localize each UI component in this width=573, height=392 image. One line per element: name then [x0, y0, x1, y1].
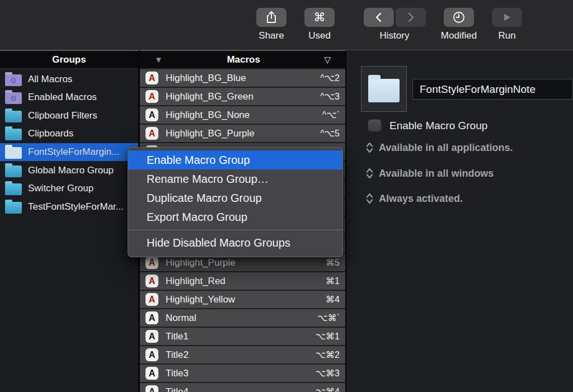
- macro-row[interactable]: ATitle1⌥⌘1: [140, 328, 345, 345]
- macros-column-header: ▼ Macros ▽: [140, 50, 345, 69]
- folder-icon: [5, 129, 22, 140]
- group-name: Clipboard Filters: [28, 110, 97, 121]
- group-name-field[interactable]: FontStyleForMarginNote: [412, 79, 573, 100]
- macro-letter-badge: A: [145, 72, 158, 84]
- enable-group-row: Enable Macro Group: [368, 119, 487, 132]
- sort-descending-icon[interactable]: ▼: [154, 55, 163, 64]
- macro-shortcut: ⌥⌘`: [317, 313, 340, 323]
- folder-icon: [5, 111, 22, 122]
- macro-row[interactable]: AHighlight_Red⌘1: [140, 272, 345, 290]
- macro-name: Highlight_Purple: [166, 257, 318, 268]
- macro-shortcut: ⌥⌘4: [316, 386, 340, 392]
- group-icon-button[interactable]: [361, 66, 407, 112]
- folder-icon: [5, 147, 22, 159]
- macro-shortcut: ^⌥5: [320, 128, 340, 139]
- macro-name: Highlight_Red: [166, 276, 318, 287]
- group-row[interactable]: Global Macro Group: [0, 162, 138, 180]
- macro-shortcut: ^⌥2: [320, 73, 340, 83]
- menu-separator: [128, 229, 342, 230]
- macro-row[interactable]: AHighlight_BG_Purple^⌥5: [140, 125, 345, 142]
- macro-shortcut: ^⌥`: [322, 110, 340, 120]
- macro-letter-badge: A: [145, 90, 158, 103]
- group-setting-row[interactable]: Always activated.: [365, 191, 463, 206]
- used-button[interactable]: ⌘: [304, 8, 335, 27]
- group-name: Clipboards: [28, 128, 73, 139]
- macro-row[interactable]: ATitle4⌥⌘4: [140, 383, 345, 392]
- menu-item[interactable]: Enable Macro Group: [128, 150, 342, 169]
- clock-icon: [452, 11, 466, 24]
- group-row[interactable]: Clipboards: [0, 125, 138, 143]
- toolbar-group-history: History: [363, 8, 426, 41]
- menu-item[interactable]: Export Macro Group: [128, 207, 342, 226]
- macro-name: Title3: [166, 368, 308, 379]
- folder-icon: [368, 79, 400, 102]
- chevron-right-icon: [406, 12, 416, 22]
- macro-shortcut: ⌘1: [326, 276, 340, 286]
- macro-letter-badge: A: [145, 348, 158, 361]
- group-setting-label: Available in all applications.: [379, 142, 513, 154]
- macro-name: Title2: [166, 350, 308, 361]
- updown-stepper-icon: [365, 192, 374, 205]
- group-name: FontStyleForMargin...: [28, 147, 119, 158]
- group-name: Switcher Group: [28, 183, 93, 194]
- history-back-button[interactable]: [364, 8, 394, 27]
- macro-row[interactable]: AHighlight_BG_Blue^⌥2: [140, 69, 345, 87]
- group-setting-row[interactable]: Available in all windows: [365, 166, 494, 181]
- group-row[interactable]: TestFontStyleForMar...: [0, 198, 138, 216]
- context-menu: Enable Macro GroupRename Macro Group…Dup…: [128, 147, 343, 257]
- folder-icon: [5, 202, 22, 214]
- macro-row[interactable]: ANormal⌥⌘`: [140, 309, 345, 327]
- command-icon: ⌘: [314, 11, 326, 24]
- macro-row[interactable]: AHighlight_Yellow⌘4: [140, 291, 345, 308]
- group-row[interactable]: Switcher Group: [0, 180, 138, 197]
- share-button[interactable]: [256, 8, 286, 27]
- group-name: Enabled Macros: [28, 92, 97, 103]
- enable-macro-group-checkbox[interactable]: [368, 119, 382, 132]
- modified-button[interactable]: [444, 8, 474, 27]
- macro-row[interactable]: ATitle3⌥⌘3: [140, 365, 345, 382]
- play-icon: [502, 13, 511, 22]
- macro-row[interactable]: AHighlight_BG_Green^⌥3: [140, 88, 345, 105]
- sort-toggle-icon[interactable]: ▽: [324, 55, 331, 65]
- run-label: Run: [498, 30, 515, 41]
- toolbar-group-share: Share: [250, 8, 293, 41]
- macro-shortcut: ⌥⌘1: [316, 331, 340, 342]
- toolbar-group-run: Run: [485, 8, 529, 41]
- macro-shortcut: ^⌥3: [320, 91, 340, 102]
- group-row[interactable]: FontStyleForMargin...: [0, 143, 138, 161]
- macro-letter-badge: A: [145, 311, 158, 324]
- group-row[interactable]: ⚙All Macros: [0, 70, 138, 88]
- macro-row[interactable]: AHighlight_BG_None^⌥`: [140, 106, 345, 124]
- gear-icon: ⚙: [5, 92, 22, 104]
- menu-item[interactable]: Hide Disabled Macro Groups: [128, 233, 342, 252]
- macro-shortcut: ⌘5: [326, 257, 340, 268]
- menu-item[interactable]: Duplicate Macro Group: [128, 188, 342, 207]
- used-label: Used: [308, 30, 331, 41]
- macro-shortcut: ⌘4: [326, 294, 340, 305]
- menu-item[interactable]: Rename Macro Group…: [128, 169, 342, 188]
- group-name: TestFontStyleForMar...: [28, 201, 124, 212]
- group-row[interactable]: Clipboard Filters: [0, 107, 138, 125]
- chevron-left-icon: [374, 12, 384, 22]
- macro-letter-badge: A: [145, 293, 158, 306]
- toolbar-group-used: ⌘ Used: [298, 8, 341, 41]
- folder-icon: [5, 166, 22, 177]
- macro-letter-badge: A: [145, 108, 158, 121]
- macro-name: Highlight_BG_None: [166, 110, 315, 121]
- modified-label: Modified: [441, 30, 477, 41]
- macro-row[interactable]: ATitle2⌥⌘2: [140, 346, 345, 363]
- macro-name: Title1: [166, 331, 308, 342]
- groups-column-header: Groups: [0, 50, 138, 69]
- macro-letter-badge: A: [145, 330, 158, 343]
- group-setting-row[interactable]: Available in all applications.: [365, 140, 513, 155]
- group-row[interactable]: ⚙Enabled Macros: [0, 88, 138, 106]
- gear-icon: ⚙: [5, 74, 22, 86]
- run-button[interactable]: [492, 8, 522, 27]
- folder-icon: [5, 183, 22, 195]
- smart-group-folder-icon: ⚙: [5, 74, 22, 86]
- toolbar-group-modified: Modified: [437, 8, 481, 41]
- history-forward-button[interactable]: [396, 8, 426, 27]
- groups-header-title: Groups: [52, 54, 86, 65]
- macro-letter-badge: A: [145, 256, 158, 269]
- keyboard-maestro-window: Share ⌘ Used: [0, 0, 573, 392]
